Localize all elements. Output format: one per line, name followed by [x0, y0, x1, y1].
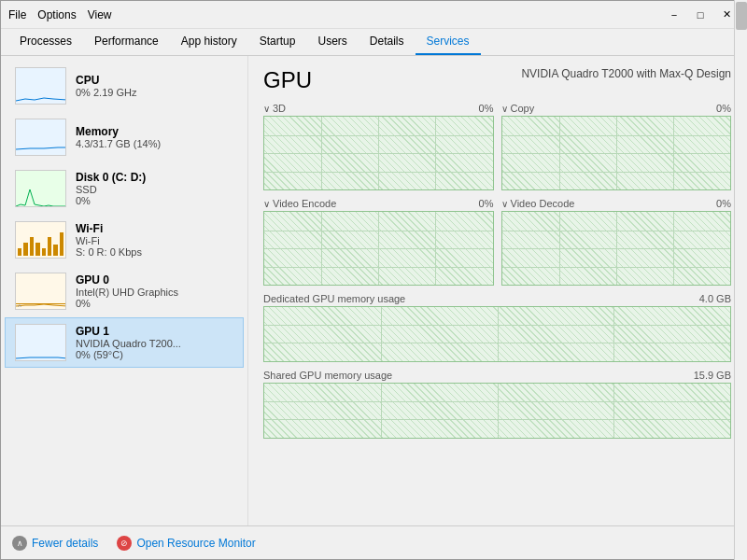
- chart-copy-label-row: ∨ Copy 0%: [501, 103, 732, 114]
- memory-thumbnail: [15, 119, 66, 156]
- chart-copy-percent: 0%: [716, 103, 731, 114]
- shared-grid: [264, 384, 730, 438]
- gpu0-thumbnail: ^: [15, 273, 66, 310]
- cpu-thumbnail: [15, 67, 66, 105]
- sidebar-item-wifi[interactable]: Wi-Fi Wi-Fi S: 0 R: 0 Kbps: [5, 215, 244, 265]
- chevron-3d-icon[interactable]: ∨: [263, 104, 270, 114]
- chart-3d-label-row: ∨ 3D 0%: [263, 103, 494, 114]
- menu-file[interactable]: File: [8, 8, 26, 21]
- wifi-adapter: Wi-Fi: [76, 235, 233, 246]
- chart-decode-label-row: ∨ Video Decode 0%: [501, 198, 732, 209]
- main-content: CPU 0% 2.19 GHz Memory 4.3/31.7 GB (14%): [1, 56, 746, 525]
- grid-line-v: [435, 117, 436, 189]
- fewer-details-button[interactable]: ∧ Fewer details: [12, 536, 98, 551]
- dedicated-chart: [263, 306, 731, 362]
- maximize-button[interactable]: □: [688, 6, 712, 24]
- chart-decode-grid: [502, 212, 731, 285]
- sidebar-item-cpu[interactable]: CPU 0% 2.19 GHz: [5, 61, 244, 111]
- chevron-decode-icon[interactable]: ∨: [501, 199, 508, 209]
- grid-line-v: [378, 117, 379, 189]
- gpu1-model: NVIDIA Quadro T200...: [76, 338, 233, 349]
- grid-line-v: [498, 307, 499, 361]
- open-monitor-label: Open Resource Monitor: [136, 537, 255, 550]
- tab-details[interactable]: Details: [359, 29, 416, 55]
- tab-startup[interactable]: Startup: [248, 29, 307, 55]
- grid-line-v: [613, 384, 614, 438]
- gpu1-thumbnail: [15, 324, 66, 361]
- title-bar: File Options View − □ ✕: [1, 1, 746, 29]
- chart-decode-text: Video Decode: [511, 198, 575, 209]
- open-resource-monitor-button[interactable]: ⊘ Open Resource Monitor: [117, 536, 255, 551]
- window-controls: − □ ✕: [662, 6, 739, 24]
- sidebar-item-gpu1[interactable]: GPU 1 NVIDIA Quadro T200... 0% (59°C): [5, 317, 244, 368]
- grid-line-v: [321, 212, 322, 285]
- sidebar-item-memory[interactable]: Memory 4.3/31.7 GB (14%): [5, 112, 244, 162]
- footer: ∧ Fewer details ⊘ Open Resource Monitor: [1, 525, 746, 559]
- grid-line-v: [321, 117, 322, 189]
- disk-name: Disk 0 (C: D:): [76, 171, 233, 184]
- gpu0-model: Intel(R) UHD Graphics: [76, 287, 233, 298]
- scrollbar[interactable]: [734, 56, 746, 525]
- grid-line-v: [559, 117, 560, 189]
- chart-3d-text: 3D: [273, 103, 286, 114]
- chart-encode-text: Video Encode: [273, 198, 336, 209]
- chart-copy-grid: [502, 117, 731, 189]
- grid-line-v: [613, 307, 614, 361]
- grid-line-v: [616, 117, 617, 189]
- fewer-details-label: Fewer details: [32, 537, 98, 550]
- grid-line-v: [378, 212, 379, 285]
- grid-line-v: [673, 117, 674, 189]
- gpu-title: GPU: [263, 67, 312, 93]
- task-manager-window: File Options View − □ ✕ Processes Perfor…: [0, 0, 747, 560]
- tab-users[interactable]: Users: [306, 29, 358, 55]
- chart-copy-label: ∨ Copy: [501, 103, 535, 114]
- top-charts: ∨ 3D 0%: [263, 103, 731, 190]
- dedicated-grid: [264, 307, 730, 361]
- tab-services[interactable]: Services: [416, 29, 481, 55]
- gpu-detail-area: GPU NVIDIA Quadro T2000 with Max-Q Desig…: [248, 56, 746, 525]
- gpu-header: GPU NVIDIA Quadro T2000 with Max-Q Desig…: [263, 67, 731, 93]
- wifi-bars: [18, 228, 63, 256]
- chart-decode-label: ∨ Video Decode: [501, 198, 575, 209]
- chart-decode-percent: 0%: [716, 198, 731, 209]
- gpu-model: NVIDIA Quadro T2000 with Max-Q Design: [521, 67, 731, 80]
- chevron-copy-icon[interactable]: ∨: [501, 104, 508, 114]
- gpu1-name: GPU 1: [76, 325, 233, 338]
- chart-copy-text: Copy: [511, 103, 535, 114]
- chart-3d: ∨ 3D 0%: [263, 103, 494, 190]
- chart-3d-percent: 0%: [479, 103, 494, 114]
- monitor-icon: ⊘: [117, 536, 132, 551]
- grid-line-v: [673, 212, 674, 285]
- gpu0-name: GPU 0: [76, 273, 233, 287]
- chart-3d-box: [263, 116, 494, 190]
- chevron-encode-icon[interactable]: ∨: [263, 199, 270, 209]
- memory-info: Memory 4.3/31.7 GB (14%): [76, 125, 233, 149]
- chart-video-encode: ∨ Video Encode 0%: [263, 198, 494, 286]
- cpu-usage: 0% 2.19 GHz: [76, 87, 233, 98]
- tab-processes[interactable]: Processes: [8, 29, 83, 55]
- minimize-button[interactable]: −: [662, 6, 686, 24]
- grid-line-v: [498, 384, 499, 438]
- gpu1-info: GPU 1 NVIDIA Quadro T200... 0% (59°C): [76, 325, 233, 360]
- menu-options[interactable]: Options: [37, 8, 76, 21]
- shared-label: Shared GPU memory usage: [263, 370, 392, 381]
- chart-copy-box: [501, 116, 732, 190]
- chevron-up-icon: ∧: [12, 536, 27, 551]
- chart-encode-grid: [264, 212, 493, 285]
- grid-line-v: [381, 307, 382, 361]
- tab-performance[interactable]: Performance: [83, 29, 170, 55]
- sidebar: CPU 0% 2.19 GHz Memory 4.3/31.7 GB (14%): [1, 56, 248, 525]
- dedicated-label-row: Dedicated GPU memory usage 4.0 GB: [263, 293, 731, 304]
- chart-encode-box: [263, 211, 494, 286]
- sidebar-item-gpu0[interactable]: ^ GPU 0 Intel(R) UHD Graphics 0%: [5, 266, 244, 316]
- cpu-info: CPU 0% 2.19 GHz: [76, 74, 233, 98]
- disk-info: Disk 0 (C: D:) SSD 0%: [76, 171, 233, 206]
- wifi-info: Wi-Fi Wi-Fi S: 0 R: 0 Kbps: [76, 222, 233, 258]
- grid-line-v: [381, 384, 382, 438]
- sidebar-item-disk[interactable]: Disk 0 (C: D:) SSD 0%: [5, 163, 244, 214]
- wifi-thumbnail: [15, 221, 66, 259]
- disk-thumbnail: [15, 170, 66, 207]
- tab-app-history[interactable]: App history: [170, 29, 248, 55]
- menu-view[interactable]: View: [88, 8, 112, 21]
- chart-copy: ∨ Copy 0%: [501, 103, 732, 190]
